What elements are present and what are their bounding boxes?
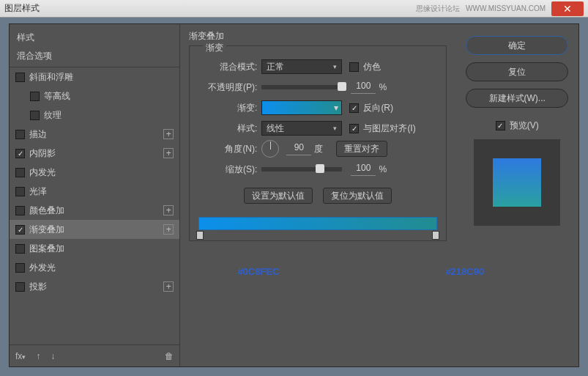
section-title: 渐变叠加 [189,30,447,43]
style-row-0[interactable]: 斜面和浮雕 [10,67,179,86]
style-label: 内阴影 [29,147,163,160]
gradient-picker[interactable]: ▾ [261,100,342,115]
gradient-label: 渐变: [198,102,257,114]
angle-value[interactable]: 90 [286,142,311,155]
style-row-9[interactable]: 图案叠加 [10,239,179,258]
align-checkbox[interactable] [349,124,359,133]
chevron-down-icon: ▾ [334,103,338,113]
blend-mode-select[interactable]: 正常▾ [261,59,342,74]
style-label: 等高线 [44,90,174,103]
style-label: 光泽 [29,185,174,198]
move-down-icon[interactable]: ↓ [51,351,55,361]
add-effect-icon[interactable]: + [163,148,174,158]
style-row-2[interactable]: 纹理 [10,106,179,125]
gradient-editor[interactable] [198,217,437,230]
style-label: 样式: [198,122,257,135]
style-checkbox[interactable] [15,168,25,177]
style-label: 纹理 [44,109,174,122]
style-checkbox[interactable] [15,149,25,158]
style-select[interactable]: 线性▾ [261,121,342,136]
style-label: 描边 [29,128,163,141]
styles-heading: 样式 [10,24,179,48]
dither-label: 仿色 [363,61,381,73]
fieldset-legend: 渐变 [203,42,226,54]
watermark-text: 思缘设计论坛 [416,4,460,14]
style-row-10[interactable]: 外发光 [10,258,179,277]
style-label: 外发光 [29,262,174,274]
scale-slider[interactable] [261,167,342,172]
close-button[interactable]: ✕ [551,1,584,16]
style-label: 斜面和浮雕 [29,71,174,84]
add-effect-icon[interactable]: + [163,224,174,235]
new-style-button[interactable]: 新建样式(W)... [466,89,568,108]
style-checkbox[interactable] [15,244,25,254]
opacity-label: 不透明度(P): [198,81,257,94]
reverse-label: 反向(R) [363,102,393,114]
fx-menu[interactable]: fx▾ [15,351,26,361]
style-label: 图案叠加 [29,243,174,255]
style-label: 颜色叠加 [29,204,163,217]
reverse-checkbox[interactable] [349,103,359,113]
dialog-buttons-panel: 确定 复位 新建样式(W)... 预览(V) [455,24,578,366]
style-checkbox[interactable] [30,111,40,120]
preview-checkbox[interactable] [496,121,505,130]
preview-swatch [474,139,560,226]
style-row-5[interactable]: 内发光 [10,163,179,182]
watermark-url: WWW.MISSYUAN.COM [466,4,546,12]
layer-style-dialog: 样式 混合选项 斜面和浮雕等高线纹理描边+内阴影+内发光光泽颜色叠加+渐变叠加+… [9,23,579,367]
style-label: 内发光 [29,166,174,179]
scale-value[interactable]: 100 [351,163,376,176]
gradient-stop-right[interactable] [432,231,439,240]
align-label: 与图层对齐(I) [363,122,415,135]
move-up-icon[interactable]: ↑ [36,351,40,361]
trash-icon[interactable]: 🗑 [165,351,174,361]
angle-dial[interactable] [261,140,279,158]
opacity-slider[interactable] [261,85,342,89]
opacity-value[interactable]: 100 [351,81,376,94]
add-effect-icon[interactable]: + [163,205,174,215]
styles-list-panel: 样式 混合选项 斜面和浮雕等高线纹理描边+内阴影+内发光光泽颜色叠加+渐变叠加+… [10,24,180,366]
style-row-11[interactable]: 投影+ [10,277,179,296]
dialog-title: 图层样式 [4,2,40,15]
ok-button[interactable]: 确定 [466,36,568,55]
blend-mode-label: 混合模式: [198,61,257,73]
add-effect-icon[interactable]: + [163,281,174,292]
style-checkbox[interactable] [15,187,25,196]
reset-button[interactable]: 复位 [466,62,568,81]
hex-right: #218C90 [445,266,484,277]
style-row-8[interactable]: 渐变叠加+ [10,220,179,239]
style-checkbox[interactable] [30,92,40,101]
style-checkbox[interactable] [15,206,25,215]
style-checkbox[interactable] [15,282,25,292]
scale-label: 缩放(S): [198,163,257,176]
style-label: 投影 [29,281,163,293]
dither-checkbox[interactable] [349,62,359,72]
gradient-overlay-panel: 渐变叠加 渐变 混合模式: 正常▾ 仿色 不透明度(P): 100 % 渐变: … [180,24,455,366]
reset-align-button[interactable]: 重置对齐 [336,141,387,157]
angle-label: 角度(N): [198,143,257,155]
style-checkbox[interactable] [15,130,25,139]
style-label: 渐变叠加 [29,224,163,236]
preview-label: 预览(V) [510,119,539,132]
gradient-stop-left[interactable] [196,231,204,240]
reset-default-button[interactable]: 复位为默认值 [323,188,392,204]
style-row-4[interactable]: 内阴影+ [10,144,179,163]
style-row-3[interactable]: 描边+ [10,125,179,144]
style-checkbox[interactable] [15,225,25,235]
add-effect-icon[interactable]: + [163,129,174,139]
styles-footer: fx▾ ↑ ↓ 🗑 [10,344,179,366]
style-row-7[interactable]: 颜色叠加+ [10,201,179,220]
style-row-1[interactable]: 等高线 [10,86,179,106]
style-checkbox[interactable] [15,263,25,273]
style-row-6[interactable]: 光泽 [10,182,179,201]
hex-left: #0C8FEC [237,266,279,277]
set-default-button[interactable]: 设置为默认值 [244,188,313,204]
blending-options-row[interactable]: 混合选项 [10,48,179,67]
style-checkbox[interactable] [15,73,25,82]
